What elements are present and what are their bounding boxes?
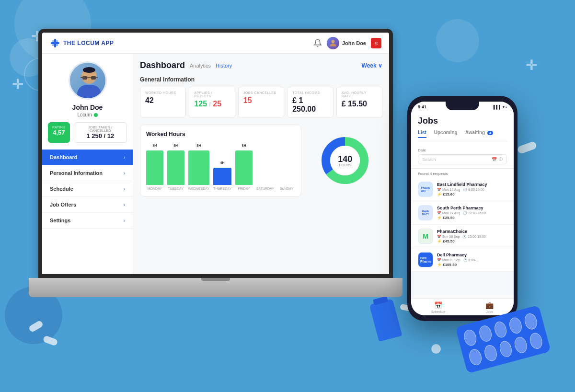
bottom-nav-jobs[interactable]: 💼 Jobs <box>485 301 494 313</box>
profile-avatar <box>69 61 107 100</box>
bar-chart-section: Worked Hours 8HMONDAY8HTUESDAY8HWEDNESDA… <box>140 125 301 196</box>
job-logo-1: PHARMACY <box>418 205 433 220</box>
tab-awaiting[interactable]: Awaiting 4 <box>465 130 493 138</box>
stat-value-cancelled: 15 <box>243 96 279 105</box>
svg-rect-2 <box>52 40 54 42</box>
bar-group-thursday: 4HTHURSDAY <box>213 168 231 190</box>
job-rate-2: ⚡ £45.50 <box>437 239 507 243</box>
bell-icon[interactable] <box>313 39 322 47</box>
tab-history[interactable]: History <box>216 63 232 69</box>
phone-tabs: List Upcoming Awaiting 4 <box>418 130 507 141</box>
charts-row: Worked Hours 8HMONDAY8HTUESDAY8HWEDNESDA… <box>140 125 382 196</box>
phone-time: 9:41 <box>418 104 426 109</box>
info-icon: ⓘ <box>499 157 503 162</box>
job-meta-date-3: 📅 Mon 09 Sep 🕐 8:00-... <box>437 258 507 262</box>
bar-chart-area: 8HMONDAY8HTUESDAY8HWEDNESDAY4HTHURSDAY8H… <box>146 142 295 190</box>
stat-card-worked-hours: WORKED HOURS 42 <box>140 87 186 118</box>
job-info-3: Dell Pharmacy 📅 Mon 09 Sep 🕐 8:00-... ⚡ … <box>437 253 507 267</box>
bar-group-wednesday: 8HWEDNESDAY <box>188 150 210 190</box>
app-title: THE LOCUM APP <box>63 40 114 46</box>
verified-indicator <box>94 113 98 117</box>
phone-bottom-nav: 📅 Schedule 💼 Jobs <box>411 298 514 315</box>
awaiting-badge: 4 <box>487 131 493 135</box>
period-selector[interactable]: Week ∨ <box>362 62 382 69</box>
jobs-nav-label: Jobs <box>486 310 493 313</box>
plus-decor-2: ✛ <box>12 77 23 92</box>
pill-decor-2 <box>43 335 58 346</box>
dashboard-header: Dashboard Analytics History Week ∨ <box>140 60 382 70</box>
bar-chart-title: Worked Hours <box>146 131 295 138</box>
stat-label-cancelled: JOBS CANCELLED <box>243 91 279 94</box>
bar-label-sunday: SUNDAY <box>279 187 293 190</box>
logo-icon <box>50 38 60 48</box>
job-rate-0: ⚡ £15.60 <box>437 192 507 196</box>
phone-content: Jobs List Upcoming Awaiting 4 Date Searc… <box>411 111 514 298</box>
nav-label-dashboard: Dashboard <box>50 154 77 160</box>
stat-label-worked: WORKED HOURS <box>145 91 181 94</box>
blister-bubble-2 <box>478 324 494 343</box>
phone-header: Jobs List Upcoming Awaiting 4 <box>411 111 514 144</box>
nav-item-personal[interactable]: Personal Information › <box>42 165 133 181</box>
phone-title: Jobs <box>418 116 507 126</box>
donut-total: 140 <box>338 155 352 163</box>
plus-decor-4: ✛ <box>526 58 537 73</box>
donut-wrapper: 140 HOURS <box>319 134 371 187</box>
job-item-2[interactable]: M PharmaChoice 📅 Sun 06 Sep 🕐 15:00-19:0… <box>411 225 514 248</box>
job-meta-date-0: 📅 Mon 16 Aug 🕐 8:00-16:00 <box>437 188 507 192</box>
logout-button[interactable]: ⎋ <box>371 38 381 48</box>
svg-rect-4 <box>52 44 54 46</box>
role-label: Locum <box>77 112 92 117</box>
rating-box: RATING 4,57 <box>48 122 70 143</box>
nav-chevron-schedule: › <box>124 186 125 192</box>
bar-value-monday: 8H <box>152 144 157 147</box>
job-info-2: PharmaChoice 📅 Sun 06 Sep 🕐 15:00-19:00 … <box>437 229 507 243</box>
jobs-value: 1 250 / 12 <box>78 132 123 139</box>
user-badge: John Doe <box>327 37 366 49</box>
bar-wednesday: 8H <box>188 150 210 185</box>
stat-card-income: TOTAL INCOME £ 1 250.00 <box>287 87 333 118</box>
blister-bubble-10 <box>528 332 544 350</box>
general-info-label: General Information <box>140 76 382 83</box>
stat-card-hourly: AVG. HOURLY RATE £ 15.50 <box>336 87 382 118</box>
svg-point-6 <box>332 40 335 43</box>
job-item-3[interactable]: DellPharm Dell Pharmacy 📅 Mon 09 Sep 🕐 8… <box>411 248 514 272</box>
rating-value: 4,57 <box>52 129 66 136</box>
bar-group-sunday: SUNDAY <box>278 185 295 190</box>
blister-bubble-6 <box>468 348 483 367</box>
bar-monday: 8H <box>146 150 163 185</box>
bar-group-tuesday: 8HTUESDAY <box>167 150 184 190</box>
job-name-0: East Lindfield Pharmacy <box>437 182 507 187</box>
nav-item-dashboard[interactable]: Dashboard › <box>42 150 133 165</box>
rating-label: RATING <box>52 126 66 129</box>
blister-bubble-9 <box>513 335 529 354</box>
tab-analytics[interactable]: Analytics <box>190 63 211 69</box>
donut-center: 140 HOURS <box>338 155 352 167</box>
job-name-2: PharmaChoice <box>437 229 507 234</box>
job-item-1[interactable]: PHARMACY South Perth Pharmacy 📅 Mon 27 A… <box>411 201 514 225</box>
stat-value-worked: 42 <box>145 96 181 105</box>
blister-bubble-7 <box>483 344 498 362</box>
job-info-1: South Perth Pharmacy 📅 Mon 27 Aug 🕐 12:0… <box>437 206 507 220</box>
nav-chevron-dashboard: › <box>124 155 125 160</box>
stat-label-hourly: AVG. HOURLY RATE <box>342 91 377 98</box>
tab-upcoming[interactable]: Upcoming <box>434 130 458 138</box>
svg-rect-5 <box>56 44 58 46</box>
bottom-nav-schedule[interactable]: 📅 Schedule <box>431 301 445 313</box>
search-placeholder[interactable]: Search <box>422 157 490 162</box>
nav-item-schedule[interactable]: Schedule › <box>42 181 133 197</box>
stat-value-hourly: £ 15.50 <box>342 100 377 108</box>
stat-label-income: TOTAL INCOME <box>292 91 328 94</box>
nav-item-job-offers[interactable]: Job Offers › <box>42 197 133 213</box>
svg-rect-1 <box>51 42 59 44</box>
app-content: John Doe Locum RATING 4,57 JOBS TAKEN / … <box>42 54 389 274</box>
job-info-0: East Lindfield Pharmacy 📅 Mon 16 Aug 🕐 8… <box>437 182 507 196</box>
bar-group-friday: 8HFRIDAY <box>235 150 253 190</box>
job-item-0[interactable]: Pharmacy East Lindfield Pharmacy 📅 Mon 1… <box>411 178 514 201</box>
stat-card-applies: APPLIES / REJECTS 125 / 25 <box>189 87 235 118</box>
svg-point-15 <box>83 67 95 73</box>
bar-label-monday: MONDAY <box>148 187 162 190</box>
nav-item-settings[interactable]: Settings › <box>42 213 133 229</box>
blister-bubble-4 <box>508 316 524 335</box>
calendar-icon[interactable]: 📅 <box>492 157 497 162</box>
tab-list[interactable]: List <box>418 130 426 138</box>
